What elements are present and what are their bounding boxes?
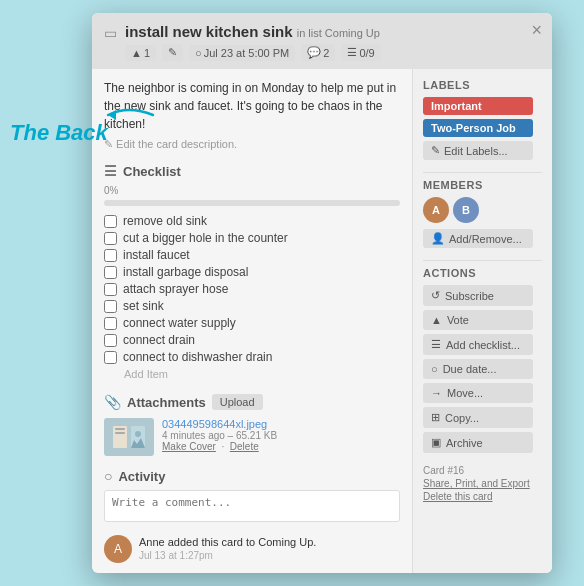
add-checklist-button[interactable]: ☰ Add checklist... <box>423 334 533 355</box>
checklist-item: install faucet <box>104 248 400 262</box>
attachment-thumbnail <box>104 418 154 456</box>
checklist-checkbox-7[interactable] <box>104 317 117 330</box>
members-title: Members <box>423 179 542 191</box>
checklist-items: remove old sink cut a bigger hole in the… <box>104 214 400 364</box>
delete-card-link[interactable]: Delete this card <box>423 491 542 502</box>
checklist-checkbox-8[interactable] <box>104 334 117 347</box>
checklist-item: attach sprayer hose <box>104 282 400 296</box>
label-important[interactable]: Important <box>423 97 533 115</box>
share-print-link[interactable]: Share, Print, and Export <box>423 478 542 489</box>
due-date-button[interactable]: ○ Jul 23 at 5:00 PM <box>189 45 295 61</box>
vote-button[interactable]: ▲ Vote <box>423 310 533 330</box>
checklist-header: ☰ Checklist <box>104 163 400 179</box>
attachment-meta: 4 minutes ago – 65.21 KB <box>162 430 277 441</box>
modal-main: The neighbor is coming in on Monday to h… <box>92 69 412 573</box>
svg-marker-0 <box>108 110 116 120</box>
edit-labels-button[interactable]: ✎ Edit Labels... <box>423 141 533 160</box>
checklist-checkbox-9[interactable] <box>104 351 117 364</box>
card-footer: Card #16 Share, Print, and Export Delete… <box>423 465 542 502</box>
activity-title: Activity <box>118 469 165 484</box>
edit-description-link[interactable]: ✎ Edit the card description. <box>104 138 237 150</box>
modal-header: ▭ install new kitchen sink in list Comin… <box>92 13 552 69</box>
subscribe-button[interactable]: ↺ Subscribe <box>423 285 533 306</box>
members-avatars: A B <box>423 197 542 223</box>
labels-section: Labels Important Two-Person Job ✎ Edit L… <box>423 79 542 160</box>
modal-sidebar: Labels Important Two-Person Job ✎ Edit L… <box>412 69 552 573</box>
modal-meta: ▲ 1 ✎ ○ Jul 23 at 5:00 PM 💬 2 ☰ 0/9 <box>125 44 540 61</box>
checklist-checkbox-4[interactable] <box>104 266 117 279</box>
progress-label: 0% <box>104 185 400 196</box>
attachment-links: Make Cover · Delete <box>162 441 277 452</box>
checklist-checkbox-3[interactable] <box>104 249 117 262</box>
checklist-item: set sink <box>104 299 400 313</box>
attachment-info: 034449598644xl.jpeg 4 minutes ago – 65.2… <box>162 418 277 452</box>
vote-icon: ▲ <box>431 314 442 326</box>
checklist-checkbox-6[interactable] <box>104 300 117 313</box>
attachments-icon: 📎 <box>104 394 121 410</box>
checklist-action-icon: ☰ <box>431 338 441 351</box>
add-remove-members-button[interactable]: 👤 Add/Remove... <box>423 229 533 248</box>
modal-body: The neighbor is coming in on Monday to h… <box>92 69 552 573</box>
svg-rect-3 <box>115 428 125 430</box>
checklist-item: cut a bigger hole in the counter <box>104 231 400 245</box>
labels-title: Labels <box>423 79 542 91</box>
copy-icon: ⊞ <box>431 411 440 424</box>
person-icon: 👤 <box>431 232 445 245</box>
attachment-filename[interactable]: 034449598644xl.jpeg <box>162 418 267 430</box>
close-button[interactable]: × <box>531 21 542 39</box>
checklist-checkbox-2[interactable] <box>104 232 117 245</box>
comments-button[interactable]: 💬 2 <box>301 44 335 61</box>
card-icon: ▭ <box>104 25 117 41</box>
member-avatar-1: A <box>423 197 449 223</box>
card-number: Card #16 <box>423 465 464 476</box>
actions-title: Actions <box>423 267 542 279</box>
make-cover-link[interactable]: Make Cover <box>162 441 216 452</box>
due-date-action-button[interactable]: ○ Due date... <box>423 359 533 379</box>
activity-entry: A Anne added this card to Coming Up. Jul… <box>104 535 400 563</box>
modal-title: install new kitchen sink in list Coming … <box>125 23 540 40</box>
actions-section: Actions ↺ Subscribe ▲ Vote ☰ Add checkli… <box>423 267 542 453</box>
attachments-header: 📎 Attachments Upload <box>104 394 400 410</box>
back-label: The Back <box>10 120 108 146</box>
archive-icon: ▣ <box>431 436 441 449</box>
due-date-icon: ○ <box>431 363 438 375</box>
checklist-title: Checklist <box>123 164 181 179</box>
checklist-item: connect drain <box>104 333 400 347</box>
upload-button[interactable]: Upload <box>212 394 263 410</box>
attachments-title: Attachments <box>127 395 206 410</box>
checklist-item: install garbage disposal <box>104 265 400 279</box>
edit-pencil-button[interactable]: ✎ <box>162 44 183 61</box>
activity-content: Anne added this card to Coming Up. Jul 1… <box>139 535 316 561</box>
add-item-link[interactable]: Add Item <box>124 368 400 380</box>
archive-button[interactable]: ▣ Archive <box>423 432 533 453</box>
activity-section: ○ Activity A Anne added this card to Com… <box>104 468 400 563</box>
svg-rect-4 <box>115 432 125 434</box>
arrow-indicator <box>98 100 158 133</box>
card-modal: ▭ install new kitchen sink in list Comin… <box>92 13 552 573</box>
comment-input[interactable] <box>104 490 400 522</box>
checklist-progress-button[interactable]: ☰ 0/9 <box>341 44 380 61</box>
progress-bar-wrap <box>104 200 400 206</box>
delete-attachment-link[interactable]: Delete <box>230 441 259 452</box>
svg-point-6 <box>135 431 141 437</box>
move-icon: → <box>431 387 442 399</box>
move-button[interactable]: → Move... <box>423 383 533 403</box>
votes-button[interactable]: ▲ 1 <box>125 45 156 61</box>
attachment-item: 034449598644xl.jpeg 4 minutes ago – 65.2… <box>104 418 400 456</box>
checklist-item: remove old sink <box>104 214 400 228</box>
checklist-item: connect to dishwasher drain <box>104 350 400 364</box>
checklist-checkbox-5[interactable] <box>104 283 117 296</box>
activity-avatar: A <box>104 535 132 563</box>
checklist-item: connect water supply <box>104 316 400 330</box>
subscribe-icon: ↺ <box>431 289 440 302</box>
activity-text: Anne added this card to Coming Up. <box>139 535 316 550</box>
activity-icon: ○ <box>104 468 112 484</box>
copy-button[interactable]: ⊞ Copy... <box>423 407 533 428</box>
members-section: Members A B 👤 Add/Remove... <box>423 179 542 248</box>
member-avatar-2: B <box>453 197 479 223</box>
checklist-icon: ☰ <box>104 163 117 179</box>
attachments-section: 📎 Attachments Upload <box>104 394 400 456</box>
label-two-person[interactable]: Two-Person Job <box>423 119 533 137</box>
checklist-checkbox-1[interactable] <box>104 215 117 228</box>
activity-time: Jul 13 at 1:27pm <box>139 550 316 561</box>
